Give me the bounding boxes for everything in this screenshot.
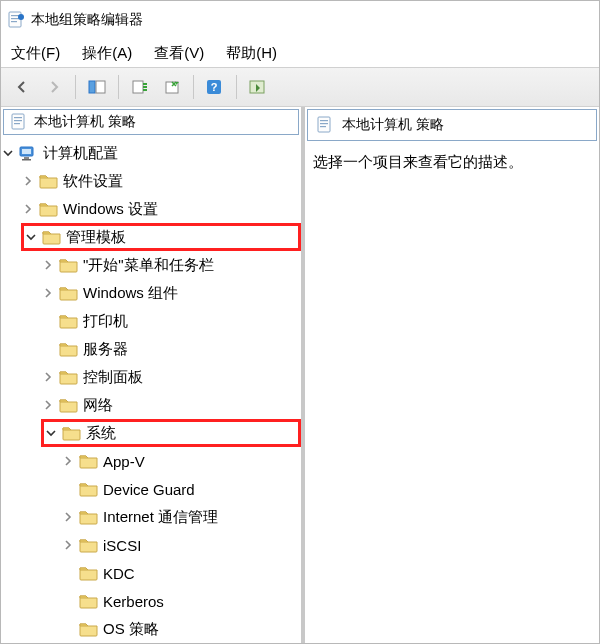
tree-item-device-guard[interactable]: Device Guard	[61, 475, 301, 503]
folder-icon	[79, 452, 99, 470]
toolbar: ?	[1, 67, 599, 107]
tree-item-label: 打印机	[83, 312, 128, 331]
tree-item-label: iSCSI	[103, 537, 141, 554]
toolbar-separator	[118, 75, 119, 99]
chevron-down-icon[interactable]	[44, 426, 58, 440]
tree-item-kdc[interactable]: KDC	[61, 559, 301, 587]
tree-item-iscsi[interactable]: iSCSI	[61, 531, 301, 559]
tree-item-label: "开始"菜单和任务栏	[83, 256, 214, 275]
properties-button[interactable]	[157, 72, 187, 102]
tree-item-label: KDC	[103, 565, 135, 582]
svg-rect-15	[14, 123, 20, 124]
tree-item-network[interactable]: 网络	[41, 391, 301, 419]
chevron-right-icon[interactable]	[41, 398, 55, 412]
policy-document-icon	[10, 113, 28, 131]
help-button[interactable]: ?	[200, 72, 230, 102]
tree-item-internet-comm[interactable]: Internet 通信管理	[61, 503, 301, 531]
tree-view[interactable]: 计算机配置软件设置Windows 设置管理模板"开始"菜单和任务栏Windows…	[1, 139, 301, 643]
folder-icon	[79, 564, 99, 582]
svg-rect-12	[12, 114, 24, 129]
tree-item-printer[interactable]: 打印机	[41, 307, 301, 335]
back-button[interactable]	[7, 72, 37, 102]
filter-button[interactable]	[243, 72, 273, 102]
toolbar-separator	[236, 75, 237, 99]
window-title: 本地组策略编辑器	[31, 11, 143, 29]
menu-action[interactable]: 操作(A)	[82, 44, 132, 63]
chevron-down-icon[interactable]	[24, 230, 38, 244]
svg-rect-6	[96, 81, 105, 93]
chevron-right-icon[interactable]	[21, 202, 35, 216]
menu-view[interactable]: 查看(V)	[154, 44, 204, 63]
tree-item-system[interactable]: 系统	[41, 419, 301, 447]
tree-item-label: 系统	[86, 424, 116, 443]
svg-rect-21	[320, 120, 328, 121]
tree-item-kerberos[interactable]: Kerberos	[61, 587, 301, 615]
folder-icon	[59, 256, 79, 274]
tree-item-windows-settings[interactable]: Windows 设置	[21, 195, 301, 223]
tree-item-admin-templates[interactable]: 管理模板	[21, 223, 301, 251]
chevron-right-icon[interactable]	[61, 454, 75, 468]
menu-bar: 文件(F) 操作(A) 查看(V) 帮助(H)	[1, 39, 599, 67]
svg-rect-18	[24, 157, 29, 159]
svg-rect-1	[11, 15, 19, 16]
folder-icon	[39, 200, 59, 218]
toolbar-separator	[75, 75, 76, 99]
chevron-down-icon[interactable]	[1, 146, 15, 160]
svg-rect-19	[22, 159, 31, 161]
tree-item-os-policy[interactable]: OS 策略	[61, 615, 301, 643]
tree-root-label: 本地计算机 策略	[34, 113, 136, 131]
export-list-button[interactable]	[125, 72, 155, 102]
svg-rect-3	[11, 21, 17, 22]
folder-icon	[79, 592, 99, 610]
svg-rect-14	[14, 120, 22, 121]
folder-icon	[79, 480, 99, 498]
tree-item-label: 软件设置	[63, 172, 123, 191]
tree-item-label: Internet 通信管理	[103, 508, 218, 527]
tree-item-control-panel[interactable]: 控制面板	[41, 363, 301, 391]
tree-item-start-taskbar[interactable]: "开始"菜单和任务栏	[41, 251, 301, 279]
policy-document-icon	[7, 11, 25, 29]
tree-item-computer-config[interactable]: 计算机配置	[1, 139, 301, 167]
folder-icon	[59, 368, 79, 386]
tree-item-windows-components[interactable]: Windows 组件	[41, 279, 301, 307]
svg-rect-0	[9, 12, 21, 27]
chevron-right-icon[interactable]	[21, 174, 35, 188]
tree-item-app-v[interactable]: App-V	[61, 447, 301, 475]
tree-item-label: Kerberos	[103, 593, 164, 610]
tree-item-label: OS 策略	[103, 620, 159, 639]
folder-icon	[59, 284, 79, 302]
policy-document-icon	[316, 116, 334, 134]
svg-rect-20	[318, 117, 330, 132]
show-hide-tree-button[interactable]	[82, 72, 112, 102]
chevron-right-icon[interactable]	[61, 538, 75, 552]
folder-icon	[42, 228, 62, 246]
tree-item-server[interactable]: 服务器	[41, 335, 301, 363]
chevron-right-icon[interactable]	[61, 510, 75, 524]
folder-icon	[62, 424, 82, 442]
folder-icon	[79, 620, 99, 638]
folder-icon	[59, 340, 79, 358]
tree-item-label: 服务器	[83, 340, 128, 359]
tree-item-software-settings[interactable]: 软件设置	[21, 167, 301, 195]
chevron-right-icon[interactable]	[41, 370, 55, 384]
svg-point-4	[18, 14, 24, 20]
title-bar: 本地组策略编辑器	[1, 1, 599, 39]
details-header-title: 本地计算机 策略	[342, 116, 444, 134]
folder-icon	[79, 508, 99, 526]
tree-item-label: 控制面板	[83, 368, 143, 387]
folder-icon	[59, 396, 79, 414]
computer-icon	[19, 144, 39, 162]
svg-rect-7	[133, 81, 143, 93]
svg-rect-2	[11, 18, 19, 19]
tree-header[interactable]: 本地计算机 策略	[3, 109, 299, 135]
forward-button[interactable]	[39, 72, 69, 102]
svg-rect-17	[22, 149, 31, 154]
tree-item-label: Windows 设置	[63, 200, 158, 219]
menu-file[interactable]: 文件(F)	[11, 44, 60, 63]
svg-rect-23	[320, 126, 326, 127]
chevron-right-icon[interactable]	[41, 286, 55, 300]
tree-item-label: Device Guard	[103, 481, 195, 498]
menu-help[interactable]: 帮助(H)	[226, 44, 277, 63]
toolbar-separator	[193, 75, 194, 99]
chevron-right-icon[interactable]	[41, 258, 55, 272]
